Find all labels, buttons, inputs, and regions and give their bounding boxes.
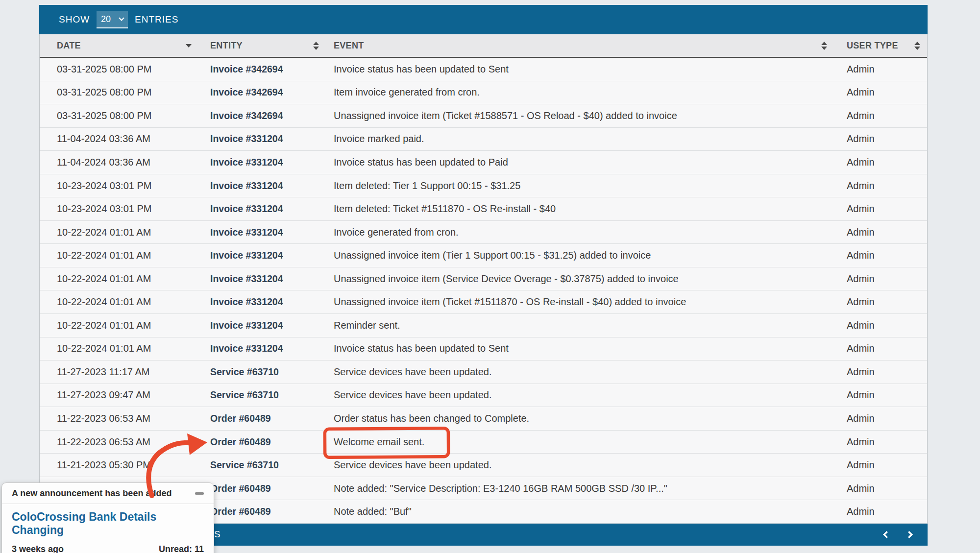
cell-event: Note added: "Buf" [324, 506, 841, 517]
table-row: 11-27-2023 11:17 AM Service #63710 Servi… [40, 361, 927, 384]
cell-date: 10-22-2024 01:01 AM [40, 227, 204, 238]
cell-date: 10-22-2024 01:01 AM [40, 273, 204, 285]
cell-user-type: Admin [841, 273, 928, 285]
cell-event: Invoice status has been updated to Sent [324, 343, 841, 354]
table-row: 11-04-2024 03:36 AM Invoice #331204 Invo… [40, 128, 927, 151]
cell-date: 11-22-2023 06:53 AM [40, 413, 204, 424]
cell-user-type: Admin [841, 180, 928, 192]
cell-user-type: Admin [841, 296, 928, 308]
cell-user-type: Admin [841, 320, 928, 331]
table-row: 10-23-2024 03:01 PM Invoice #331204 Item… [40, 197, 927, 221]
cell-user-type: Admin [841, 133, 928, 144]
cell-entity: Order #60489 [204, 483, 324, 494]
cell-entity: Invoice #331204 [204, 250, 324, 261]
announcement-unread-count: Unread: 11 [159, 544, 204, 553]
cell-entity: Invoice #331204 [204, 203, 324, 215]
cell-entity: Order #60489 [204, 413, 324, 424]
cell-user-type: Admin [841, 436, 928, 448]
announcement-age: 3 weeks ago [12, 544, 64, 553]
cell-event: Reminder sent. [324, 320, 841, 331]
cell-entity: Invoice #331204 [204, 180, 324, 192]
chevron-down-icon [119, 15, 124, 21]
table-row: 11-04-2024 03:36 AM Invoice #331204 Invo… [40, 151, 927, 174]
cell-event: Item deleted: Tier 1 Support 00:15 - $31… [324, 180, 841, 192]
cell-user-type: Admin [841, 87, 928, 98]
cell-event: Invoice status has been updated to Sent [324, 64, 841, 75]
cell-entity: Order #60489 [204, 506, 324, 517]
table-row: 10-23-2024 03:01 PM Invoice #331204 Item… [40, 174, 927, 198]
table-row: 11-21-2023 05:30 PM Service #63710 Servi… [40, 454, 927, 477]
cell-user-type: Admin [841, 343, 928, 354]
cell-user-type: Admin [841, 389, 928, 401]
table-row: 11-22-2023 06:53 AM Order #60489 Order s… [40, 407, 927, 431]
cell-event: Invoice marked paid. [324, 133, 841, 144]
cell-date: 10-22-2024 01:01 AM [40, 296, 204, 308]
sort-desc-icon [186, 44, 192, 48]
cell-entity: Invoice #331204 [204, 343, 324, 354]
cell-event: Invoice generated from cron. [324, 227, 841, 238]
column-label-entity: ENTITY [210, 41, 243, 51]
cell-event: Item deleted: Ticket #1511870 - OS Re-in… [324, 203, 841, 215]
table-row: 03-31-2025 08:00 PM Invoice #342694 Item… [40, 81, 927, 105]
column-header-date[interactable]: DATE [40, 34, 204, 57]
activity-log-table: SHOW 20 ENTRIES DATE ENTITY EVENT USER T… [39, 5, 928, 546]
cell-date: 11-22-2023 06:53 AM [40, 436, 204, 448]
cell-date: 03-31-2025 08:00 PM [40, 87, 204, 98]
cell-event: Order status has been changed to Complet… [324, 413, 841, 424]
cell-event: Service devices have been updated. [324, 389, 841, 401]
minimize-button[interactable] [195, 490, 205, 497]
cell-event: Welcome email sent. [324, 436, 841, 448]
cell-entity: Service #63710 [204, 389, 324, 401]
cell-event: Service devices have been updated. [324, 366, 841, 378]
cell-date: 11-04-2024 03:36 AM [40, 157, 204, 168]
column-header-user-type[interactable]: USER TYPE [841, 34, 928, 57]
pagination [880, 524, 928, 546]
table-row: 11-27-2023 09:47 AM Service #63710 Servi… [40, 384, 927, 408]
cell-date: 11-04-2024 03:36 AM [40, 133, 204, 144]
chevron-left-icon [882, 531, 890, 539]
cell-event: Note added: "Service Description: E3-124… [324, 483, 841, 494]
cell-entity: Invoice #331204 [204, 296, 324, 308]
entries-select-value: 20 [101, 14, 111, 24]
show-label: SHOW [59, 14, 90, 25]
sort-both-icon [313, 42, 319, 50]
entries-select[interactable]: 20 [97, 11, 128, 28]
table-row: 10-22-2024 01:01 AM Invoice #331204 Invo… [40, 221, 927, 244]
cell-entity: Invoice #331204 [204, 157, 324, 168]
cell-event: Service devices have been updated. [324, 459, 841, 471]
announcement-link[interactable]: ColoCrossing Bank Details Changing [2, 504, 214, 539]
cell-user-type: Admin [841, 203, 928, 215]
cell-entity: Invoice #342694 [204, 110, 324, 121]
cell-event: Item invoice generated from cron. [324, 87, 841, 98]
next-page-button[interactable] [904, 529, 916, 540]
cell-entity: Service #63710 [204, 366, 324, 378]
cell-date: 10-23-2024 03:01 PM [40, 180, 204, 192]
cell-entity: Invoice #342694 [204, 64, 324, 75]
table-row: 03-31-2025 08:00 PM Invoice #342694 Unas… [40, 104, 927, 128]
cell-event: Unassigned invoice item (Ticket #1588571… [324, 110, 841, 121]
announcement-popup: A new announcement has been added ColoCr… [1, 482, 214, 553]
chevron-right-icon [905, 531, 913, 539]
cell-date: 10-22-2024 01:01 AM [40, 343, 204, 354]
footer-info-text: S [214, 529, 221, 540]
column-label-event: EVENT [334, 41, 364, 51]
table-row: 10-22-2024 01:01 AM Invoice #331204 Unas… [40, 244, 927, 267]
announcement-popup-footer: 3 weeks ago Unread: 11 [2, 539, 214, 553]
previous-page-button[interactable] [880, 529, 891, 540]
cell-user-type: Admin [841, 110, 928, 121]
column-header-entity[interactable]: ENTITY [204, 34, 324, 57]
sort-both-icon [821, 42, 827, 50]
cell-entity: Invoice #331204 [204, 320, 324, 331]
announcement-title: A new announcement has been added [12, 488, 172, 499]
cell-entity: Invoice #342694 [204, 87, 324, 98]
cell-user-type: Admin [841, 64, 928, 75]
cell-event: Unassigned invoice item (Tier 1 Support … [324, 250, 841, 261]
table-body: 03-31-2025 08:00 PM Invoice #342694 Invo… [40, 58, 927, 524]
column-header-event[interactable]: EVENT [324, 34, 841, 57]
table-row: 10-22-2024 01:01 AM Invoice #331204 Unas… [40, 290, 927, 314]
column-label-user-type: USER TYPE [847, 41, 898, 51]
minus-icon [195, 492, 204, 495]
column-label-date: DATE [57, 41, 81, 51]
sort-both-icon [914, 42, 920, 50]
cell-date: 10-22-2024 01:01 AM [40, 250, 204, 261]
